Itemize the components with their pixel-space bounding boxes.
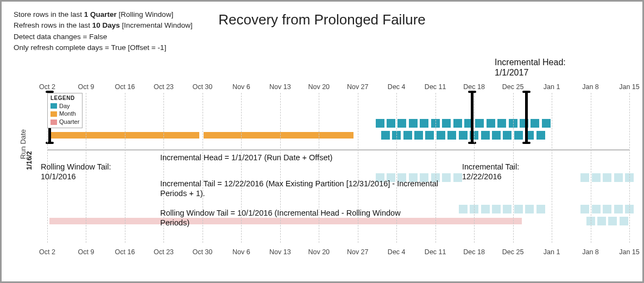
xtick-top: Dec 11	[425, 83, 446, 91]
xtick-bottom: Jan 15	[619, 248, 640, 256]
xtick-bottom: Oct 16	[115, 248, 135, 256]
xtick-top: Nov 27	[347, 83, 369, 91]
xtick-bottom: Nov 13	[269, 248, 291, 256]
legend-label-month: Month	[59, 110, 76, 118]
day-block-faded	[608, 217, 617, 225]
xtick-top: Dec 18	[463, 83, 485, 91]
legend-row-day: Day	[50, 102, 79, 110]
day-block	[442, 119, 451, 128]
day-block-faded	[492, 205, 501, 213]
xtick-bottom: Dec 25	[502, 248, 524, 256]
xtick-top: Dec 4	[388, 83, 406, 91]
day-block	[403, 131, 412, 140]
annot-it-l1: Incremental Tail:	[462, 162, 519, 171]
xtick-top: Nov 6	[232, 83, 250, 91]
legend-swatch-quarter	[50, 120, 57, 125]
legend-swatch-month	[50, 111, 57, 117]
month-band-nov	[204, 132, 353, 139]
day-block	[492, 131, 501, 140]
marker-incremental-head	[525, 92, 528, 143]
xtick-top: Jan 1	[544, 83, 560, 91]
xtick-top: Oct 9	[78, 83, 94, 91]
day-block	[397, 119, 406, 128]
day-block-faded	[592, 205, 601, 213]
legend-row-month: Month	[50, 110, 79, 118]
annot-inc-head-l1: Incremental Head:	[495, 58, 566, 67]
annot-rolling-tail: Rolling Window Tail: 10/1/2016	[41, 162, 111, 181]
day-block-faded	[459, 205, 468, 213]
chart-area: Run Date 1/16/2 Incremental Head: 1/1/20…	[22, 61, 635, 268]
day-block	[542, 119, 551, 128]
xtick-top: Nov 13	[269, 83, 291, 91]
day-block-faded	[481, 205, 490, 213]
day-block-faded	[580, 173, 589, 182]
day-block	[531, 119, 539, 128]
day-block	[409, 119, 418, 128]
annot-it-l2: 12/22/2016	[462, 172, 502, 181]
config-line-4: Only refresh complete days = True [Offse…	[14, 42, 630, 53]
legend-title: LEGEND	[50, 95, 79, 102]
xtick-top: Dec 25	[502, 83, 524, 91]
legend-swatch-day	[50, 103, 57, 109]
xtick-top: Jan 8	[582, 83, 599, 91]
day-block	[503, 131, 512, 140]
xtick-top: Oct 30	[192, 83, 212, 91]
annot-incremental-head: Incremental Head: 1/1/2017	[495, 57, 566, 78]
day-block-faded	[603, 205, 611, 213]
annot-incremental-tail: Incremental Tail: 12/22/2016	[462, 162, 519, 181]
xtick-bottom: Nov 20	[308, 248, 330, 256]
xtick-top: Jan 15	[619, 83, 640, 91]
xtick-bottom: Oct 9	[78, 248, 94, 256]
legend-label-day: Day	[59, 102, 70, 110]
day-block	[387, 119, 395, 128]
day-block	[487, 119, 495, 128]
xtick-top: Oct 16	[115, 83, 135, 91]
xtick-bottom: Dec 4	[388, 248, 406, 256]
gridline	[125, 93, 125, 243]
xtick-bottom: Dec 11	[425, 248, 446, 256]
legend-box: LEGEND Day Month Quarter	[47, 93, 83, 128]
config-line-3: Detect data changes = False	[14, 32, 630, 42]
xtick-bottom: Oct 23	[154, 248, 174, 256]
day-block-faded	[580, 205, 589, 213]
xtick-bottom: Oct 2	[39, 248, 55, 256]
y-axis-tick: 1/16/2	[26, 151, 33, 170]
row-1	[47, 93, 629, 147]
day-block	[414, 131, 423, 140]
day-block-faded	[536, 205, 545, 213]
gridline	[591, 93, 591, 243]
legend-label-quarter: Quarter	[59, 118, 79, 126]
legend-row-quarter: Quarter	[50, 118, 79, 126]
day-block	[437, 131, 445, 140]
xtick-bottom: Jan 1	[544, 248, 560, 256]
xtick-top: Oct 2	[39, 83, 55, 91]
day-block-faded	[603, 173, 611, 182]
annot-desc-2: Incremental Tail = 12/22/2016 (Max Exist…	[160, 179, 443, 198]
annot-inc-head-l2: 1/1/2017	[495, 68, 528, 77]
day-block	[481, 131, 490, 140]
gridline	[629, 93, 630, 243]
day-block-faded	[442, 173, 451, 182]
day-block	[420, 119, 428, 128]
annot-desc-3: Rolling Window Tail = 10/1/2016 (Increme…	[160, 208, 421, 228]
day-block-faded	[453, 173, 462, 182]
xtick-top: Oct 23	[154, 83, 174, 91]
xtick-bottom: Jan 8	[582, 248, 599, 256]
day-block-faded	[614, 205, 623, 213]
gridline	[435, 93, 436, 243]
day-block-faded	[514, 205, 523, 213]
xtick-bottom: Nov 6	[232, 248, 250, 256]
day-block-faded	[620, 217, 628, 225]
day-block	[381, 131, 390, 140]
chart-title: Recovery from Prolonged Failure	[2, 11, 642, 28]
marker-incremental-tail	[471, 92, 473, 143]
day-block	[447, 131, 456, 140]
day-block	[475, 119, 484, 128]
day-block-faded	[525, 205, 534, 213]
day-block	[514, 131, 523, 140]
annot-rt-l2: 10/1/2016	[41, 172, 76, 181]
day-block-faded	[503, 205, 512, 213]
xtick-bottom: Nov 27	[347, 248, 369, 256]
row-separator	[47, 149, 629, 150]
day-block	[376, 119, 384, 128]
